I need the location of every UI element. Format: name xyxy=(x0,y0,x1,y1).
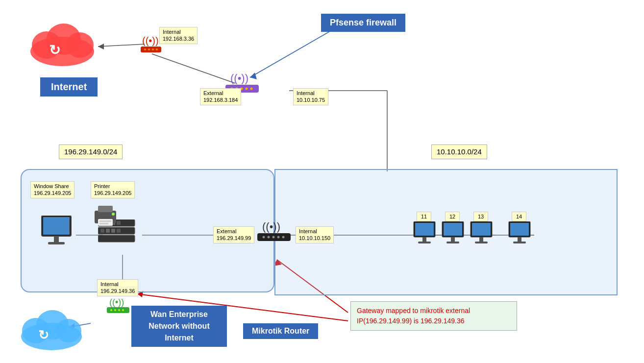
svg-point-24 xyxy=(66,32,94,58)
mikrotik-external-label: External196.29.149.99 xyxy=(213,226,254,243)
pfsense-label: Pfsense firewall xyxy=(321,14,405,32)
svg-rect-41 xyxy=(54,236,59,242)
svg-point-63 xyxy=(56,319,81,342)
pfsense-external-label: External192.168.3.184 xyxy=(200,88,241,105)
svg-rect-90 xyxy=(98,219,113,226)
svg-rect-86 xyxy=(518,237,521,242)
svg-point-67 xyxy=(263,236,265,239)
wan-enterprise-label: Wan EnterpriseNetwork withoutInternet xyxy=(131,306,227,347)
svg-point-38 xyxy=(250,88,253,90)
svg-point-93 xyxy=(112,213,115,216)
svg-point-59 xyxy=(122,309,124,311)
subnet-left-label: 196.29.149.0/24 xyxy=(59,145,123,159)
printer-icon xyxy=(92,203,119,230)
subnet-right-label: 10.10.10.0/24 xyxy=(431,145,487,159)
svg-rect-79 xyxy=(446,242,459,243)
svg-rect-92 xyxy=(99,223,108,224)
svg-rect-75 xyxy=(418,242,431,243)
node12-label: 12 xyxy=(445,212,460,221)
printer-label: Printer196.29.149.205 xyxy=(91,181,135,198)
svg-point-70 xyxy=(277,236,280,239)
window-share-label: Window Share196.29.149.205 xyxy=(30,181,74,198)
svg-point-68 xyxy=(268,236,270,239)
computer-monitor xyxy=(39,216,76,252)
gateway-note: Gateway mapped to mikrotik externalIP(19… xyxy=(350,301,517,331)
mikrotik-router: ((•)) xyxy=(255,219,294,253)
svg-line-5 xyxy=(250,29,333,77)
svg-rect-42 xyxy=(48,242,65,244)
svg-text:((•)): ((•)) xyxy=(109,297,124,307)
svg-rect-45 xyxy=(98,235,135,242)
svg-line-0 xyxy=(98,44,145,47)
svg-rect-91 xyxy=(99,220,111,222)
node11-label: 11 xyxy=(417,212,431,221)
node11-monitor xyxy=(412,221,439,249)
svg-rect-81 xyxy=(472,223,491,236)
wan-router-small: ((•)) xyxy=(105,296,132,323)
node14-monitor xyxy=(507,221,534,249)
svg-rect-78 xyxy=(451,237,455,242)
node13-label: 13 xyxy=(473,212,488,221)
svg-point-58 xyxy=(118,309,120,311)
internet-cloud-red: ↻ xyxy=(27,15,98,71)
svg-point-37 xyxy=(246,88,248,90)
svg-rect-85 xyxy=(510,223,529,236)
svg-point-28 xyxy=(144,48,146,50)
svg-text:((•)): ((•)) xyxy=(142,35,159,46)
svg-marker-1 xyxy=(98,44,104,49)
svg-rect-73 xyxy=(415,223,434,236)
svg-point-29 xyxy=(148,48,150,50)
mikrotik-internal-label: Internal10.10.10.150 xyxy=(296,226,334,243)
internet-label: Internet xyxy=(40,77,98,97)
svg-point-30 xyxy=(152,48,154,50)
mikrotik-router-label: Mikrotik Router xyxy=(243,323,318,339)
svg-rect-74 xyxy=(422,237,426,242)
node14-label: 14 xyxy=(512,212,526,221)
svg-rect-27 xyxy=(141,47,161,52)
svg-rect-77 xyxy=(444,223,462,236)
pfsense-internal2-label: Internal10.10.10.75 xyxy=(293,88,328,105)
svg-point-31 xyxy=(156,48,158,50)
svg-point-69 xyxy=(272,236,275,239)
svg-point-56 xyxy=(110,309,112,311)
node12-monitor xyxy=(440,221,467,249)
svg-text:↻: ↻ xyxy=(49,43,60,58)
svg-point-71 xyxy=(282,236,285,239)
svg-rect-40 xyxy=(43,217,70,235)
wan-cloud-blue: ↻ xyxy=(17,301,86,355)
svg-rect-89 xyxy=(98,206,113,212)
svg-rect-83 xyxy=(475,242,488,243)
pfsense-wan-internal-label: Internal192.168.3.36 xyxy=(159,27,198,44)
svg-rect-82 xyxy=(479,237,483,242)
node13-monitor xyxy=(469,221,495,249)
diagram: ↻ Internet Pfsense firewall ((•)) Intern… xyxy=(0,0,644,363)
svg-text:((•)): ((•)) xyxy=(230,72,248,84)
svg-text:↻: ↻ xyxy=(38,328,49,342)
wan-internal-label: Internal196.29.149.36 xyxy=(97,279,138,296)
svg-text:((•)): ((•)) xyxy=(262,220,280,233)
svg-point-57 xyxy=(114,309,116,311)
svg-rect-87 xyxy=(513,242,526,243)
